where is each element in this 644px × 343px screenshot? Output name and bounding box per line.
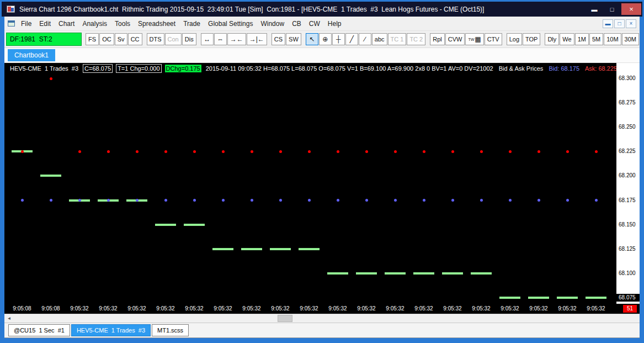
menu-item-file[interactable]: File (17, 18, 35, 30)
menu-item-cb[interactable]: CB (288, 18, 305, 30)
menu-item-cw[interactable]: CW (305, 18, 324, 30)
compress-bars-icon[interactable]: →← (227, 33, 246, 45)
5m-button[interactable]: 5M (589, 33, 603, 45)
trade-marker (155, 224, 176, 226)
ask-marker (451, 150, 454, 153)
close-button[interactable]: × (621, 3, 641, 15)
horizontal-scrollbar[interactable]: ◄ (4, 314, 640, 323)
compress-bars-fine-icon[interactable]: →|← (247, 33, 267, 45)
fs-button[interactable]: FS (86, 33, 99, 45)
log-button[interactable]: Log (507, 33, 522, 45)
trade-marker (586, 297, 606, 299)
cross-tool-icon[interactable]: ┼ (332, 33, 345, 45)
time-axis-label: 9:05:08 (38, 305, 64, 312)
menu-item-analysis[interactable]: Analysis (78, 18, 111, 30)
maximize-button[interactable]: □ (604, 3, 620, 15)
bid-marker (222, 199, 225, 202)
menu-item-spreadsheet[interactable]: Spreadsheet (134, 18, 179, 30)
time-axis-label: 9:05:32 (525, 305, 552, 312)
chart-region: HEV5-CME 1 Trades #3C=68.075T=1 Chg=0.00… (4, 63, 640, 304)
child-restore-button[interactable]: □ (614, 19, 625, 28)
menubar-window-controls: ▬□× (603, 19, 637, 28)
menu-item-global-settings[interactable]: Global Settings (204, 18, 257, 30)
daily-change-value: DChg=0.175 (165, 65, 201, 72)
scrollbar-thumb[interactable] (278, 315, 292, 322)
bid-marker (21, 199, 24, 202)
10m-button[interactable]: 10M (604, 33, 621, 45)
time-axis-label: 9:05:32 (296, 305, 322, 312)
tw-grid-button[interactable]: TW▦ (465, 33, 483, 45)
time-axis-label: 9:05:32 (497, 305, 523, 312)
cs-button[interactable]: CS (272, 33, 285, 45)
ask-marker (251, 150, 253, 153)
chartbook-tab[interactable]: Chartbook1 (8, 49, 55, 61)
bid-marker (279, 199, 282, 202)
menu-item-edit[interactable]: Edit (35, 18, 55, 30)
ask-marker (337, 150, 339, 153)
chart-tab-cu15-1-sec-1[interactable]: @CU15 1 Sec #1 (8, 324, 70, 336)
scroll-left-button[interactable]: ◄ (4, 314, 14, 323)
ask-marker (308, 150, 311, 153)
rpl-button[interactable]: Rpl (430, 33, 445, 45)
sw-button[interactable]: SW (286, 33, 301, 45)
line-tool-icon[interactable]: ╱ (345, 33, 358, 45)
1m-button[interactable]: 1M (575, 33, 589, 45)
menu-item-help[interactable]: Help (324, 18, 345, 30)
price-axis[interactable]: 68.30068.27568.25068.22568.20068.17568.1… (616, 63, 640, 304)
dis-button[interactable]: Dis (182, 33, 196, 45)
scale-width-icon[interactable]: ⇔ (214, 33, 227, 45)
price-axis-label: 68.100 (616, 270, 640, 277)
bid-marker (193, 199, 196, 202)
ray-tool-icon[interactable]: ∕ (359, 33, 371, 45)
bid-marker (136, 199, 139, 202)
bid-marker (337, 199, 339, 202)
bar-countdown-badge: 51 (623, 305, 637, 313)
sv-button[interactable]: Sv (115, 33, 127, 45)
bid-marker (595, 199, 598, 202)
menu-item-trade[interactable]: Trade (179, 18, 204, 30)
cvw-button[interactable]: CVW (445, 33, 465, 45)
price-axis-label: 68.225 (616, 147, 640, 155)
menu-bar: FileEditChartAnalysisToolsSpreadsheetTra… (4, 17, 640, 31)
trade-marker (241, 248, 262, 250)
chart-window-icon[interactable] (8, 20, 15, 27)
title-bar: Sierra Chart 1296 Chartbook1.cht Rithmic… (2, 2, 642, 17)
dts-button[interactable]: DTS (147, 33, 164, 45)
oc-button[interactable]: OC (99, 33, 114, 45)
time-axis[interactable]: 51 9:05:089:05:089:05:329:05:329:05:329:… (4, 304, 640, 314)
menu-item-tools[interactable]: Tools (111, 18, 134, 30)
text-tool-button[interactable]: abc (372, 33, 387, 45)
ask-marker (78, 150, 81, 153)
tc1-button: TC 1 (388, 33, 407, 45)
time-axis-label: 9:05:32 (411, 305, 437, 312)
menu-item-chart[interactable]: Chart (55, 18, 78, 30)
chart-tab-mt1-scss[interactable]: MT1.scss (152, 324, 189, 336)
dly-button[interactable]: Dly (545, 33, 559, 45)
chart-plot[interactable]: HEV5-CME 1 Trades #3C=68.075T=1 Chg=0.00… (4, 63, 616, 304)
ask-marker (279, 150, 282, 153)
bottom-tabs: @CU15 1 Sec #1HEV5-CME 1 Trades #3MT1.sc… (4, 323, 640, 338)
pointer-tool-button[interactable]: ↖ (306, 33, 318, 45)
ask-marker (107, 150, 110, 153)
app-icon[interactable] (7, 6, 15, 13)
trade-marker (184, 224, 205, 226)
menu-item-window[interactable]: Window (257, 18, 288, 30)
cc-button[interactable]: CC (128, 33, 142, 45)
ask-marker (222, 150, 225, 153)
crosshair-tool-icon[interactable]: ⊕ (319, 33, 332, 45)
ask-marker (480, 150, 483, 153)
toolbar-status: DF:1981 ST:2 (6, 33, 82, 46)
ask-marker (394, 150, 397, 153)
bid-marker (78, 199, 81, 202)
ctv-button[interactable]: CTV (485, 33, 502, 45)
child-minimize-button[interactable]: ▬ (603, 19, 613, 28)
we-button[interactable]: We (560, 33, 574, 45)
time-axis-label: 9:05:32 (152, 305, 179, 312)
scale-range-icon[interactable]: ↔ (201, 33, 214, 45)
30m-button[interactable]: 30M (622, 33, 639, 45)
child-close-button[interactable]: × (626, 19, 636, 28)
time-axis-label: 9:05:32 (210, 305, 236, 312)
chart-tab-hev5-cme-1-trades-3[interactable]: HEV5-CME 1 Trades #3 (71, 324, 151, 336)
top-button[interactable]: TOP (523, 33, 540, 45)
minimize-button[interactable]: ▬ (586, 3, 603, 15)
